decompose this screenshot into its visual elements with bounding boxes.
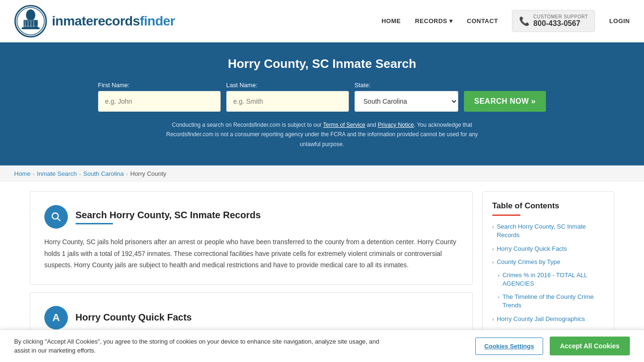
search-button[interactable]: SEARCH NOW » [464,91,546,112]
privacy-link[interactable]: Privacy Notice [378,122,414,128]
left-column: Search Horry County, SC Inmate Records H… [30,191,473,351]
toc-chevron-4: › [498,272,500,279]
toc-chevron-5: › [498,294,500,301]
login-button[interactable]: LOGIN [609,17,630,25]
section1-title: Search Horry County, SC Inmate Records [75,210,261,221]
toc-link-3[interactable]: County Crimes by Type [497,258,561,266]
section2-title: Horry County Quick Facts [75,312,192,323]
hero-title: Horry County, SC Inmate Search [9,57,635,71]
svg-rect-4 [22,27,40,29]
section1-underline [75,223,113,224]
cookie-text: By clicking "Accept All Cookies", you ag… [14,337,391,355]
first-name-group: First Name: [98,82,221,112]
right-column: Table of Contents › Search Horry County,… [482,191,614,351]
breadcrumb-sep-1: › [33,171,35,177]
logo-prefix: inmaterecords [52,14,140,28]
breadcrumb-sep-3: › [126,171,128,177]
phone-icon: 📞 [519,16,529,26]
nav-home[interactable]: HOME [381,17,401,25]
section-inmate-records: Search Horry County, SC Inmate Records H… [30,191,473,285]
svg-rect-5 [30,9,32,14]
logo-suffix: finder [140,14,175,28]
toc-item-4: › Crimes % in 2016 - TOTAL ALL AGENCIES [492,271,604,288]
breadcrumb-south-carolina[interactable]: South Carolina [83,170,124,177]
search-form: First Name: Last Name: State: South Caro… [9,82,635,112]
toc-chevron-1: › [492,223,494,230]
logo-area: inmaterecordsfinder [14,5,175,38]
toc-box: Table of Contents › Search Horry County,… [482,191,614,338]
section2-header: A Horry County Quick Facts [44,306,458,329]
toc-item-2: › Horry County Quick Facts [492,245,604,253]
support-text: CUSTOMER SUPPORT [533,14,588,19]
toc-item-6: › Horry County Jail Demographics [492,315,604,323]
quick-facts-icon-circle: A [44,306,68,329]
toc-list: › Search Horry County, SC Inmate Records… [492,222,604,323]
toc-title: Table of Contents [492,201,604,211]
svg-rect-10 [24,20,38,21]
cookie-banner: By clicking "Accept All Cookies", you ag… [0,329,644,360]
toc-chevron-3: › [492,259,494,266]
search-icon-circle [44,205,68,229]
terms-link[interactable]: Terms of Service [323,122,365,128]
toc-chevron-6: › [492,316,494,323]
breadcrumb: Home › Inmate Search › South Carolina › … [0,165,644,182]
search-svg-icon [51,212,61,222]
section1-header: Search Horry County, SC Inmate Records [44,205,458,229]
toc-chevron-2: › [492,246,494,253]
toc-item-3: › County Crimes by Type [492,258,604,266]
nav-records-label: RECORDS [415,17,447,25]
breadcrumb-sep-2: › [79,171,81,177]
main-nav: HOME RECORDS ▾ CONTACT 📞 CUSTOMER SUPPOR… [381,10,630,32]
toc-link-5[interactable]: The Timeline of the County Crime Trends [503,293,604,310]
toc-item-5: › The Timeline of the County Crime Trend… [492,293,604,310]
last-name-input[interactable] [226,91,349,112]
accept-cookies-button[interactable]: Accept All Cookies [550,337,630,355]
state-label: State: [355,82,371,89]
toc-link-4[interactable]: Crimes % in 2016 - TOTAL ALL AGENCIES [503,271,604,288]
breadcrumb-inmate-search[interactable]: Inmate Search [37,170,77,177]
last-name-group: Last Name: [226,82,349,112]
site-header: inmaterecordsfinder HOME RECORDS ▾ CONTA… [0,0,644,42]
hero-disclaimer: Conducting a search on Recordsfinder.com… [157,120,487,149]
nav-contact[interactable]: CONTACT [467,17,498,25]
cookie-actions: Cookies Settings Accept All Cookies [475,337,630,355]
logo-text: inmaterecordsfinder [52,14,175,29]
section1-body: Horry County, SC jails hold prisoners af… [44,236,458,271]
cookies-settings-button[interactable]: Cookies Settings [475,337,543,355]
state-group: State: South Carolina Alabama Alaska [355,82,458,112]
breadcrumb-home[interactable]: Home [14,170,31,177]
phone-number: 800-433-0567 [533,19,588,28]
section1-title-wrap: Search Horry County, SC Inmate Records [75,210,261,224]
last-name-label: Last Name: [226,82,257,89]
svg-line-13 [58,218,60,221]
customer-support-box[interactable]: 📞 CUSTOMER SUPPORT 800-433-0567 [512,10,595,32]
nav-records[interactable]: RECORDS ▾ [415,17,453,25]
first-name-label: First Name: [98,82,130,89]
toc-underline [492,214,520,216]
svg-rect-11 [24,25,38,26]
first-name-input[interactable] [98,91,221,112]
main-content: Search Horry County, SC Inmate Records H… [20,191,624,351]
breadcrumb-current: Horry County [130,170,166,177]
logo-icon [14,5,47,38]
hero-section: Horry County, SC Inmate Search First Nam… [0,42,644,165]
toc-link-1[interactable]: Search Horry County, SC Inmate Records [497,222,604,239]
state-select[interactable]: South Carolina Alabama Alaska [355,91,458,112]
chevron-down-icon: ▾ [449,17,453,25]
toc-link-2[interactable]: Horry County Quick Facts [497,245,567,253]
toc-link-6[interactable]: Horry County Jail Demographics [497,315,585,323]
toc-item-1: › Search Horry County, SC Inmate Records [492,222,604,239]
quick-facts-icon-letter: A [52,312,60,324]
